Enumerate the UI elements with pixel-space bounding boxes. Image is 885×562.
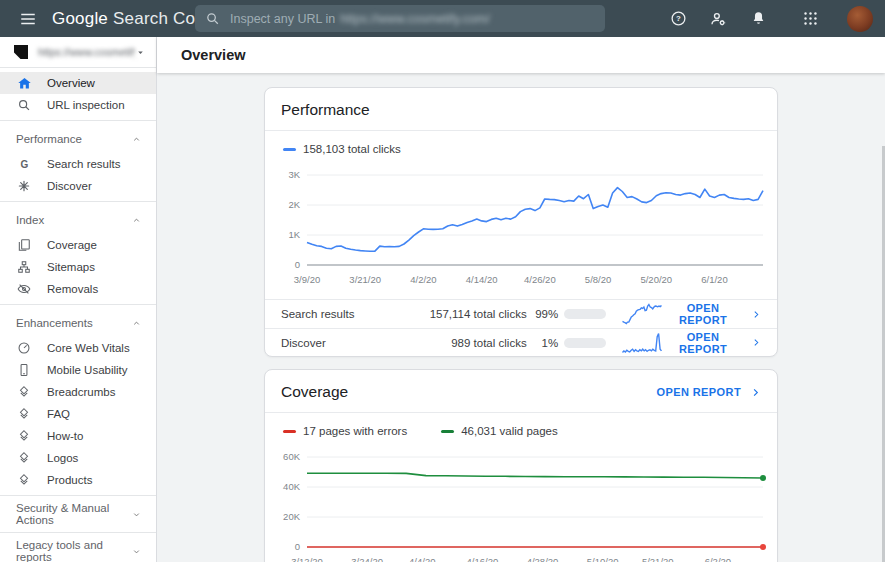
performance-line-chart: 01K2K3K3/9/203/21/204/2/204/14/204/26/20… <box>273 161 771 289</box>
legend-dash-red <box>283 430 296 433</box>
svg-text:4/28/20: 4/28/20 <box>527 556 559 562</box>
rich-result-icon <box>16 385 32 399</box>
performance-card-title: Performance <box>281 101 370 119</box>
sidebar-item-overview[interactable]: Overview <box>0 72 156 94</box>
main-area: Overview Performance 158,103 total click… <box>157 37 885 562</box>
sidebar-item-search-results[interactable]: GSearch results <box>0 153 156 175</box>
sidebar-section-performance: PerformanceGSearch resultsDiscover <box>0 121 156 202</box>
search-icon <box>205 11 220 26</box>
legend-valid-label: 46,031 valid pages <box>461 425 558 437</box>
dropdown-caret-icon <box>135 47 146 58</box>
sidebar-item-breadcrumbs[interactable]: Breadcrumbs <box>0 381 156 403</box>
section-label: Legacy tools and reports <box>16 539 131 562</box>
content-area: Performance 158,103 total clicks 01K2K3K… <box>157 73 885 562</box>
logo-google-text: Google <box>52 9 108 29</box>
section-label: Security & Manual Actions <box>16 502 131 526</box>
row-clicks-value: 157,114 total clicks <box>383 308 527 320</box>
sidebar-item-label: Core Web Vitals <box>47 342 130 354</box>
svg-text:4/4/20: 4/4/20 <box>409 556 435 562</box>
property-selector[interactable]: https://www.cosmetify.com/ <box>0 37 156 68</box>
home-icon <box>16 76 32 91</box>
discover-row: Discover 989 total clicks 1% OPEN REPORT <box>265 328 777 356</box>
open-report-coverage-button[interactable]: OPEN REPORT <box>657 386 761 398</box>
row-clicks-value: 989 total clicks <box>383 337 527 349</box>
sidebar-item-removals[interactable]: Removals <box>0 278 156 300</box>
svg-text:60K: 60K <box>283 451 301 462</box>
open-report-discover-button[interactable]: OPEN REPORT <box>664 331 761 355</box>
chevron-right-icon <box>750 387 761 398</box>
coverage-chart-wrap: 020K40K60K3/12/203/24/204/4/204/16/204/2… <box>265 439 777 562</box>
url-inspect-search-input[interactable]: Inspect any URL in https://www.cosmetify… <box>195 5 605 32</box>
sidebar-item-label: Products <box>47 474 92 486</box>
rich-result-icon <box>16 451 32 465</box>
sidebar-item-label: Overview <box>47 77 95 89</box>
legend-total-clicks-label: 158,103 total clicks <box>303 143 401 155</box>
search-placeholder: Inspect any URL in <box>230 12 335 26</box>
sidebar-item-sitemaps[interactable]: Sitemaps <box>0 256 156 278</box>
section-label: Index <box>16 214 131 226</box>
sidebar-item-label: Coverage <box>47 239 97 251</box>
svg-text:3/12/20: 3/12/20 <box>291 556 323 562</box>
sidebar-item-mobile-usability[interactable]: Mobile Usability <box>0 359 156 381</box>
svg-text:4/26/20: 4/26/20 <box>524 274 556 285</box>
sidebar: https://www.cosmetify.com/ OverviewURL i… <box>0 37 157 562</box>
legend-total-clicks: 158,103 total clicks <box>283 143 401 155</box>
row-label: Discover <box>281 337 383 349</box>
row-percent-value: 99% <box>527 308 559 320</box>
row-percent-bar <box>564 338 606 348</box>
account-settings-icon[interactable] <box>705 6 731 32</box>
sidebar-section-header-enhancements[interactable]: Enhancements <box>0 309 156 337</box>
sidebar-section-enhancements: EnhancementsCore Web VitalsMobile Usabil… <box>0 305 156 496</box>
rich-result-icon <box>16 429 32 443</box>
svg-text:G: G <box>20 158 28 169</box>
legend-pages-with-errors: 17 pages with errors <box>283 425 407 437</box>
sidebar-item-core-web-vitals[interactable]: Core Web Vitals <box>0 337 156 359</box>
svg-text:6/1/20: 6/1/20 <box>701 274 727 285</box>
sidebar-item-label: URL inspection <box>47 99 125 111</box>
sidebar-item-label: Removals <box>47 283 98 295</box>
sidebar-item-faq[interactable]: FAQ <box>0 403 156 425</box>
sidebar-item-coverage[interactable]: Coverage <box>0 234 156 256</box>
help-icon[interactable]: ? <box>665 6 691 32</box>
sidebar-section: OverviewURL inspection <box>0 68 156 121</box>
svg-text:3K: 3K <box>288 169 300 180</box>
sidebar-item-logos[interactable]: Logos <box>0 447 156 469</box>
coverage-icon <box>16 238 32 252</box>
sidebar-item-how-to[interactable]: How-to <box>0 425 156 447</box>
user-avatar[interactable] <box>847 6 873 32</box>
sidebar-section-header-performance[interactable]: Performance <box>0 125 156 153</box>
open-report-search-results-button[interactable]: OPEN REPORT <box>664 302 761 326</box>
menu-icon[interactable] <box>10 4 46 34</box>
topbar-actions: ? <box>665 6 873 32</box>
performance-card: Performance 158,103 total clicks 01K2K3K… <box>264 87 778 357</box>
chevron-right-icon <box>751 309 761 320</box>
svg-text:4/2/20: 4/2/20 <box>410 274 436 285</box>
legend-dash-green <box>441 430 454 433</box>
sidebar-item-products[interactable]: Products <box>0 469 156 491</box>
sidebar-section-security-manual-actions: Security & Manual Actions <box>0 496 156 533</box>
svg-text:2K: 2K <box>288 199 300 210</box>
sidebar-section-header-index[interactable]: Index <box>0 206 156 234</box>
sidebar-section-header-legacy-tools-and-reports[interactable]: Legacy tools and reports <box>0 537 156 562</box>
google-apps-grid-icon[interactable] <box>797 6 823 32</box>
sidebar-item-label: Mobile Usability <box>47 364 128 376</box>
svg-text:1K: 1K <box>288 229 300 240</box>
performance-chart-wrap: 01K2K3K3/9/203/21/204/2/204/14/204/26/20… <box>265 157 777 299</box>
sidebar-item-url-inspection[interactable]: URL inspection <box>0 94 156 116</box>
sidebar-nav: OverviewURL inspectionPerformanceGSearch… <box>0 68 156 562</box>
notifications-bell-icon[interactable] <box>745 6 771 32</box>
svg-text:?: ? <box>676 14 681 23</box>
sidebar-item-label: Discover <box>47 180 92 192</box>
sidebar-item-label: Sitemaps <box>47 261 95 273</box>
coverage-card-title: Coverage <box>281 383 348 401</box>
sidebar-item-label: Search results <box>47 158 121 170</box>
sidebar-item-discover[interactable]: Discover <box>0 175 156 197</box>
page-title: Overview <box>181 47 246 63</box>
chevron-right-icon <box>751 337 761 348</box>
google-g-icon: G <box>16 157 32 172</box>
row-percent-bar <box>564 309 606 319</box>
sidebar-item-label: Breadcrumbs <box>47 386 115 398</box>
legend-dash-blue <box>283 148 296 151</box>
sidebar-section-header-security-manual-actions[interactable]: Security & Manual Actions <box>0 500 156 528</box>
svg-text:6/2/20: 6/2/20 <box>705 556 731 562</box>
